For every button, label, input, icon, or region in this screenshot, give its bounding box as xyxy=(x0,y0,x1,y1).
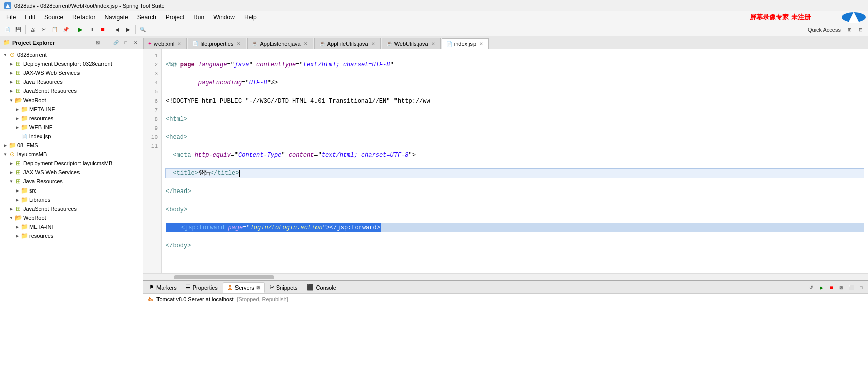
bottom-disconnect-btn[interactable]: ⊠ xyxy=(837,283,846,292)
tree-arrow-javares-layui[interactable]: ▼ xyxy=(8,178,14,184)
toolbar-perspectives[interactable]: ⊞ xyxy=(845,25,855,35)
tree-arrow-deploy-layui[interactable]: ▶ xyxy=(8,160,14,166)
tree-item-java-res-layui[interactable]: ▼ ⊞ Java Resources xyxy=(0,177,143,186)
bottom-tab-markers[interactable]: ⚑ Markers xyxy=(145,282,181,293)
tab-index-jsp[interactable]: 📄 index.jsp ✕ xyxy=(442,38,489,49)
server-entry[interactable]: 🖧 Tomcat v8.0 Server at localhost [Stopp… xyxy=(143,294,868,305)
bottom-tab-properties[interactable]: ☰ Properties xyxy=(182,282,222,293)
menu-search[interactable]: Search xyxy=(133,13,161,22)
bottom-maximize-btn[interactable]: □ xyxy=(857,283,866,292)
menu-navigate[interactable]: Navigate xyxy=(100,13,132,22)
bottom-tab-console[interactable]: ⬛ Console xyxy=(303,282,340,293)
bottom-view-btn[interactable]: ⬜ xyxy=(847,283,856,292)
tree-arrow-layuicmsmb[interactable]: ▼ xyxy=(2,151,8,157)
explorer-maximize[interactable]: □ xyxy=(122,39,130,47)
tree-arrow-webinf[interactable]: ▶ xyxy=(14,124,20,130)
menu-refactor[interactable]: Refactor xyxy=(68,13,99,22)
menu-run[interactable]: Run xyxy=(189,13,208,22)
tree-item-webroot-0328[interactable]: ▼ 📂 WebRoot xyxy=(0,96,143,105)
toolbar-stop[interactable]: ⏹ xyxy=(98,25,108,35)
tree-item-resources[interactable]: ▶ 📁 resources xyxy=(0,114,143,123)
toolbar-new[interactable]: 📄 xyxy=(2,25,12,35)
tree-item-resources-layui[interactable]: ▶ 📁 resources xyxy=(0,231,143,240)
toolbar-search[interactable]: 🔍 xyxy=(138,25,148,35)
toolbar-copy[interactable]: 📋 xyxy=(50,25,60,35)
explorer-link[interactable]: 🔗 xyxy=(112,39,120,47)
tree-arrow-resources-layui[interactable]: ▶ xyxy=(14,233,20,239)
menu-window[interactable]: Window xyxy=(209,13,239,22)
tree-item-webroot-layui[interactable]: ▼ 📂 WebRoot xyxy=(0,213,143,222)
tree-arrow-deploy0328[interactable]: ▶ xyxy=(8,61,14,67)
tree-item-index-jsp[interactable]: ▶ 📄 index.jsp xyxy=(0,132,143,141)
bottom-refresh-btn[interactable]: ↺ xyxy=(807,283,816,292)
tree-item-src-layui[interactable]: ▶ 📁 src xyxy=(0,186,143,195)
tab-appfileutils[interactable]: ☕ AppFileUtils.java ✕ xyxy=(314,38,381,49)
tree-item-jaxws-0328[interactable]: ▶ ⊞ JAX-WS Web Services xyxy=(0,68,143,77)
bottom-run-btn[interactable]: ▶ xyxy=(817,283,826,292)
toolbar-back[interactable]: ◀ xyxy=(112,25,122,35)
tree-item-java-res-0328[interactable]: ▶ ⊞ Java Resources xyxy=(0,77,143,86)
tab-close-file-properties[interactable]: ✕ xyxy=(235,41,242,47)
tab-close-web-xml[interactable]: ✕ xyxy=(176,41,182,47)
explorer-minimize[interactable]: — xyxy=(102,39,110,47)
tree-arrow-webroot0328[interactable]: ▼ xyxy=(8,97,14,103)
tree-arrow-jsres-layui[interactable]: ▶ xyxy=(8,206,14,212)
toolbar-paste[interactable]: 📌 xyxy=(61,25,71,35)
scroll-thumb[interactable] xyxy=(174,275,274,279)
toolbar-perspective-btn2[interactable]: ⊟ xyxy=(856,25,866,35)
toolbar-save[interactable]: 💾 xyxy=(13,25,23,35)
toolbar-forward[interactable]: ▶ xyxy=(123,25,133,35)
tree-arrow-jaxws-layui[interactable]: ▶ xyxy=(8,169,14,175)
menu-project[interactable]: Project xyxy=(162,13,188,22)
tab-close-applistener[interactable]: ✕ xyxy=(303,41,309,47)
tab-web-xml[interactable]: ✦ web.xml ✕ xyxy=(143,38,187,49)
tab-close-appfileutils[interactable]: ✕ xyxy=(370,41,376,47)
tree-label: META-INF xyxy=(29,106,55,112)
toolbar-print[interactable]: 🖨 xyxy=(28,25,38,35)
tree-item-deployment-layui[interactable]: ▶ ⊞ Deployment Descriptor: layuicmsMB xyxy=(0,159,143,168)
tab-applistener[interactable]: ☕ AppListener.java ✕ xyxy=(247,38,313,49)
bottom-tab-snippets[interactable]: ✂ Snippets xyxy=(266,282,302,293)
bottom-stop-btn[interactable]: ⏹ xyxy=(827,283,836,292)
tree-item-08fms[interactable]: ▶ 📁 08_FMS xyxy=(0,141,143,150)
tree-arrow-metainf[interactable]: ▶ xyxy=(14,106,20,112)
tree-item-meta-inf-layui[interactable]: ▶ 📁 META-INF xyxy=(0,222,143,231)
tab-close-index-jsp[interactable]: ✕ xyxy=(478,41,484,47)
tree-arrow-metainf-layui[interactable]: ▶ xyxy=(14,224,20,230)
code-content[interactable]: <%@ page language="java" contentType="te… xyxy=(162,49,868,273)
menu-file[interactable]: File xyxy=(2,13,20,22)
tab-file-properties[interactable]: 📄 file.properties ✕ xyxy=(188,38,246,49)
tree-arrow-jaxws0328[interactable]: ▶ xyxy=(8,70,14,76)
tree-arrow-jsres0328[interactable]: ▶ xyxy=(8,88,14,94)
menu-edit[interactable]: Edit xyxy=(21,13,39,22)
tree-arrow-src-layui[interactable]: ▶ xyxy=(14,187,20,194)
tree-item-jsres-0328[interactable]: ▶ ⊞ JavaScript Resources xyxy=(0,86,143,96)
code-editor[interactable]: 1 2 3 4 5 6 7 8 9 10 11 <%@ page languag… xyxy=(143,49,868,273)
tree-item-jaxws-layui[interactable]: ▶ ⊞ JAX-WS Web Services xyxy=(0,168,143,177)
tree-arrow-0328carrent[interactable]: ▼ xyxy=(2,52,8,58)
tree-item-jsres-layui[interactable]: ▶ ⊞ JavaScript Resources xyxy=(0,204,143,213)
tree-item-0328carrent[interactable]: ▼ ⊙ 0328carrent xyxy=(0,50,143,59)
tree-item-deployment-0328[interactable]: ▶ ⊞ Deployment Descriptor: 0328carrent xyxy=(0,59,143,68)
tree-item-layuicmsmb[interactable]: ▼ ⊙ layuicmsMB xyxy=(0,150,143,159)
tree-item-web-inf[interactable]: ▶ 📁 WEB-INF xyxy=(0,123,143,132)
menu-help[interactable]: Help xyxy=(240,13,261,22)
watermark-text: 屏幕录像专家 未注册 xyxy=(750,13,811,22)
tree-arrow-08fms[interactable]: ▶ xyxy=(2,142,8,148)
horizontal-scrollbar[interactable] xyxy=(143,273,868,280)
tree-item-meta-inf[interactable]: ▶ 📁 META-INF xyxy=(0,105,143,114)
tree-item-libraries-layui[interactable]: ▶ 📁 Libraries xyxy=(0,195,143,204)
tree-arrow-javares0328[interactable]: ▶ xyxy=(8,79,14,85)
tree-arrow-webroot-layui[interactable]: ▼ xyxy=(8,215,14,221)
explorer-close[interactable]: ✕ xyxy=(132,39,140,47)
menu-source[interactable]: Source xyxy=(40,13,67,22)
bottom-tab-servers[interactable]: 🖧 Servers ⊠ xyxy=(223,282,265,293)
tree-arrow-libraries-layui[interactable]: ▶ xyxy=(14,197,20,203)
toolbar-run[interactable]: ▶ xyxy=(75,25,86,35)
tree-arrow-resources[interactable]: ▶ xyxy=(14,115,20,121)
toolbar-cut[interactable]: ✂ xyxy=(39,25,49,35)
bottom-minimize-btn[interactable]: — xyxy=(797,283,806,292)
tab-close-webutils[interactable]: ✕ xyxy=(430,41,436,47)
tab-webutils[interactable]: ☕ WebUtils.java ✕ xyxy=(382,38,441,49)
toolbar-debug[interactable]: ⏸ xyxy=(87,25,97,35)
